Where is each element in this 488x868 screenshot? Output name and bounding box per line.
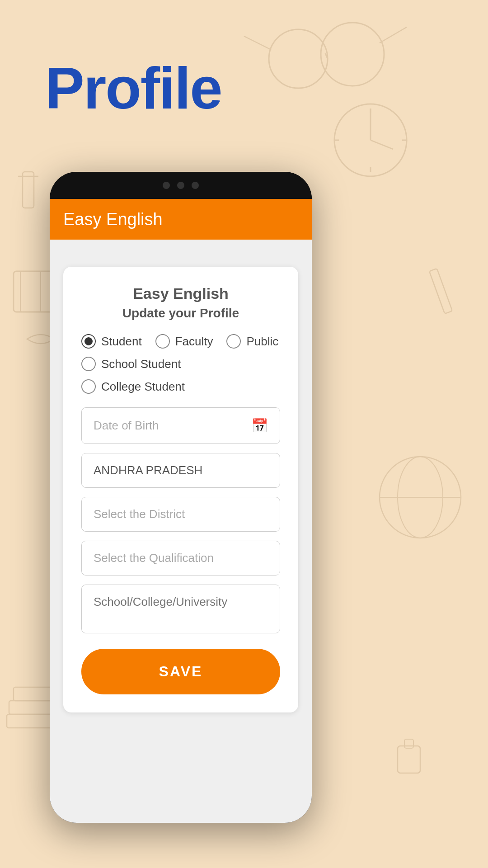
radio-college-student[interactable]: College Student — [81, 379, 185, 394]
radio-label-faculty: Faculty — [175, 335, 213, 349]
radio-label-school-student: School Student — [101, 357, 181, 371]
app-bar-title: Easy English — [63, 210, 163, 229]
radio-circle-school-student — [81, 357, 96, 371]
radio-school-student[interactable]: School Student — [81, 357, 181, 371]
notch-dot-2 — [177, 182, 184, 189]
page-title: Profile — [45, 54, 222, 122]
svg-line-7 — [244, 36, 271, 50]
screen-content: Easy English Update your Profile Student… — [50, 240, 312, 823]
svg-point-3 — [321, 23, 384, 86]
svg-rect-28 — [404, 739, 413, 748]
calendar-icon: 📅 — [251, 418, 268, 434]
svg-line-10 — [371, 140, 393, 149]
radio-public[interactable]: Public — [226, 334, 278, 349]
district-field[interactable]: Select the District — [81, 497, 280, 532]
radio-inner-student — [84, 337, 93, 345]
radio-label-public: Public — [246, 335, 278, 349]
radio-faculty[interactable]: Faculty — [155, 334, 213, 349]
role-radio-group: Student Faculty Public School Student Co — [81, 334, 280, 394]
app-bar: Easy English — [50, 199, 312, 240]
dob-placeholder: Date of Birth — [94, 419, 159, 433]
profile-card: Easy English Update your Profile Student… — [63, 267, 298, 712]
dob-field[interactable]: Date of Birth 📅 — [81, 407, 280, 444]
radio-circle-faculty — [155, 334, 170, 349]
card-title: Easy English — [81, 285, 280, 302]
district-placeholder: Select the District — [94, 507, 185, 521]
svg-rect-17 — [429, 269, 452, 314]
notch-dot-3 — [192, 182, 199, 189]
svg-rect-27 — [398, 746, 420, 773]
radio-student[interactable]: Student — [81, 334, 142, 349]
radio-label-student: Student — [101, 335, 142, 349]
save-button[interactable]: SAVE — [81, 649, 280, 694]
radio-circle-public — [226, 334, 241, 349]
qualification-field[interactable]: Select the Qualification — [81, 541, 280, 576]
state-value: ANDHRA PRADESH — [94, 463, 202, 477]
phone-frame: Easy English Easy English Update your Pr… — [50, 172, 312, 823]
radio-label-college-student: College Student — [101, 380, 185, 394]
institution-field[interactable] — [81, 585, 280, 633]
radio-circle-college-student — [81, 379, 96, 394]
card-subtitle: Update your Profile — [81, 306, 280, 321]
qualification-placeholder: Select the Qualification — [94, 551, 214, 565]
svg-point-4 — [269, 29, 328, 88]
svg-rect-15 — [23, 172, 34, 208]
state-field[interactable]: ANDHRA PRADESH — [81, 453, 280, 488]
phone-notch — [50, 172, 312, 199]
svg-line-6 — [380, 27, 407, 43]
radio-circle-student — [81, 334, 96, 349]
notch-dot-1 — [163, 182, 170, 189]
